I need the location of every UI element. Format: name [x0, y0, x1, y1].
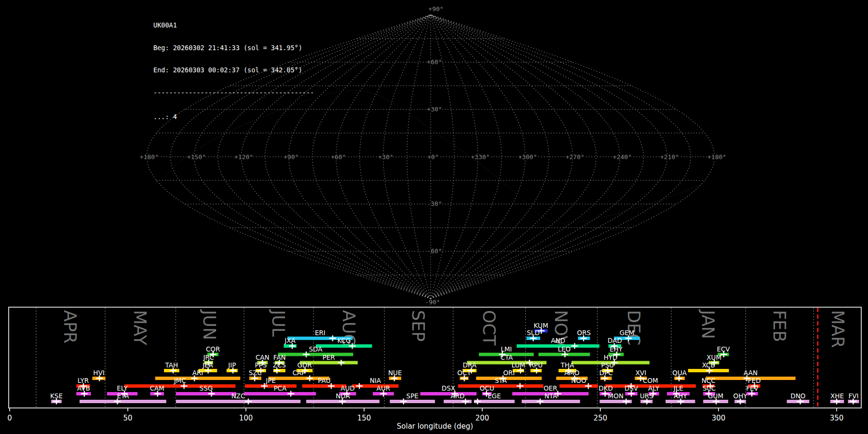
shower-label-nia: NIA — [370, 377, 381, 384]
shower-label-aly: ALY — [648, 384, 660, 392]
shower-peak-marker-per — [338, 360, 345, 366]
shower-bar-jpe — [245, 384, 297, 388]
month-label-mar: MAR — [828, 310, 847, 348]
shower-label-psu: PSU — [601, 361, 614, 369]
shower-bar-pau — [302, 384, 347, 388]
shower-peak-marker-eri — [329, 336, 336, 341]
shower-bar-spe — [390, 400, 435, 403]
longitude-label: +180° — [140, 153, 159, 161]
shower-label-kse: KSE — [50, 392, 63, 400]
shower-label-leo: LEO — [558, 345, 571, 353]
longitude-label: +150° — [187, 153, 206, 161]
month-label-feb: FEB — [770, 310, 789, 342]
shower-label-fed: FED — [748, 377, 761, 384]
shower-label-dpc: DPC — [599, 369, 613, 377]
x-tick-label: 250 — [594, 414, 608, 422]
shower-bar-pca — [244, 392, 316, 395]
shower-label-jrc: JRC — [203, 353, 214, 361]
longitude-label: +270° — [566, 153, 584, 161]
shower-label-ard: ARD — [450, 392, 464, 400]
latitude-label: +60° — [427, 58, 442, 66]
shower-label-qua: QUA — [672, 369, 687, 377]
shower-label-dsx: DSX — [442, 384, 455, 392]
month-label-jan: JAN — [698, 309, 718, 339]
shower-label-kum: KUM — [534, 322, 548, 329]
shower-bar-jmc — [124, 384, 235, 388]
observation-header: UK00A1 Beg: 20260302 21:41:33 (sol = 341… — [153, 7, 314, 136]
x-tick-label: 0 — [7, 414, 12, 422]
shower-label-per: PER — [323, 353, 335, 361]
shower-peak-marker-mon — [623, 399, 629, 405]
shower-label-sld: SLD — [527, 329, 540, 337]
shower-label-mon: MON — [608, 392, 624, 400]
shower-label-ohy: OHY — [733, 392, 748, 400]
meridian-gridline — [431, 15, 691, 299]
shower-peak-marker-nia — [356, 383, 363, 389]
shower-label-aud: AUD — [340, 384, 355, 392]
shower-label-fev: FEV — [746, 384, 759, 392]
shower-label-rpu: RPU — [529, 361, 542, 369]
longitude-label: +30° — [378, 153, 393, 161]
pole-label-north: +90° — [428, 5, 443, 13]
shower-label-jip: JIP — [228, 361, 236, 369]
shower-peak-marker-pca — [287, 391, 294, 397]
shower-label-sta: STA — [495, 377, 507, 384]
x-tick-label: 200 — [475, 414, 489, 422]
shower-peak-marker-ege — [474, 399, 481, 405]
shower-label-oct: OCT — [457, 369, 471, 377]
shower-bar-noo — [559, 384, 598, 388]
x-tick-label: 50 — [123, 414, 132, 422]
meridian-gridline — [360, 15, 431, 299]
latitude-label: +30° — [427, 106, 442, 113]
shower-label-avb: AVB — [77, 384, 90, 392]
shower-bar-nzc — [176, 400, 300, 403]
shower-peak-marker-nta — [537, 399, 543, 405]
month-label-jun: JUN — [200, 309, 219, 340]
longitude-label: +90° — [284, 153, 298, 161]
shower-label-jpe: JPE — [265, 377, 276, 384]
figure-canvas: +90°-90°+60°+30°-30°-60°+180°+150°+120°+… — [0, 0, 868, 434]
shower-label-gdr: GDR — [297, 361, 312, 369]
shower-label-lmi: LMI — [501, 345, 512, 353]
longitude-label: +0° — [427, 153, 438, 161]
shower-label-nta: NTA — [544, 392, 557, 400]
shower-label-cam: CAM — [150, 384, 164, 392]
shower-label-and: AND — [551, 337, 565, 344]
shower-label-hvi: HVI — [93, 369, 104, 377]
shower-label-ssg: SSG — [200, 384, 213, 392]
shower-peak-marker-and — [571, 343, 578, 349]
shower-label-xum: XUM — [706, 353, 721, 361]
shower-bar-ori — [476, 377, 542, 380]
shower-label-aur: AUR — [377, 384, 391, 392]
shower-label-lum: LUM — [512, 361, 525, 369]
shower-peak-marker-nzc — [245, 399, 252, 405]
month-label-dec: DEC — [624, 310, 643, 346]
shower-label-ely: ELY — [117, 384, 128, 392]
longitude-label: +210° — [660, 153, 679, 161]
shower-bar-sta — [458, 384, 543, 388]
x-tick-label: 300 — [712, 414, 726, 422]
shower-label-pau: PAU — [318, 377, 330, 384]
activity-timeline: APRMAYJUNJULAUGSEPOCTNOVDECJANFEBMARKUME… — [7, 307, 861, 431]
x-tick-label: 350 — [830, 414, 844, 422]
shower-label-kcg: KCG — [337, 337, 351, 344]
shower-label-szc: SZC — [249, 369, 262, 377]
shower-label-oer: OER — [543, 384, 557, 392]
shower-label-aan: AAN — [744, 369, 758, 377]
shower-label-sda: SDA — [309, 345, 323, 353]
shower-label-dra: DRA — [463, 361, 477, 369]
month-label-jul: JUL — [269, 309, 288, 337]
shower-label-ahy: AHY — [674, 392, 687, 400]
month-label-sep: SEP — [408, 310, 428, 341]
shower-label-cta: CTA — [501, 353, 514, 361]
shower-label-scc: SCC — [703, 384, 716, 392]
latitude-label: -60° — [427, 247, 442, 255]
shower-label-cor: COR — [206, 345, 220, 353]
shower-bar-eta — [80, 400, 166, 403]
shower-bar-kcg — [316, 344, 372, 348]
shower-label-cap: CAP — [292, 369, 305, 377]
shower-label-ori: ORI — [503, 369, 515, 377]
stats-line: ...: 4 — [153, 113, 314, 121]
shower-label-amo: AMO — [564, 369, 580, 377]
shower-label-ari: ARI — [192, 369, 203, 377]
